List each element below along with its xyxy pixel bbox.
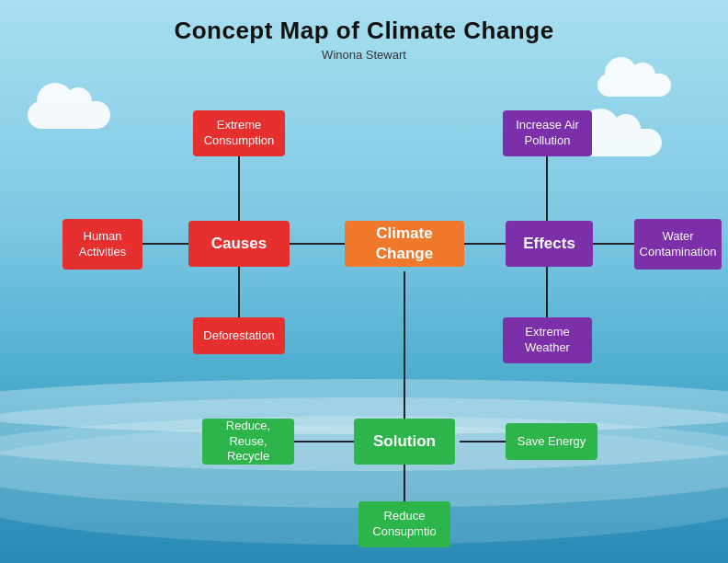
water-contamination-box: Water Contamination — [634, 219, 722, 270]
reduce-consumption-box: Reduce Consupmtio — [358, 501, 450, 547]
climate-change-box: Climate Change — [345, 221, 464, 267]
increase-air-pollution-box: Increase Air Pollution — [503, 110, 592, 156]
deforestation-box: Deforestation — [193, 317, 285, 354]
connectors-svg — [46, 101, 689, 543]
reduce-reuse-recycle-box: Reduce, Reuse, Recycle — [202, 419, 294, 465]
page-subtitle: Winona Stewart — [0, 48, 728, 62]
save-energy-box: Save Energy — [506, 423, 597, 460]
concept-diagram: Extreme Consumption Deforestation Human … — [46, 101, 689, 543]
solution-box: Solution — [354, 419, 455, 465]
page-content: Concept Map of Climate Change Winona Ste… — [0, 0, 728, 563]
page-title: Concept Map of Climate Change — [0, 0, 728, 45]
human-activities-box: Human Activities — [63, 219, 142, 270]
effects-box: Effects — [506, 221, 593, 267]
extreme-consumption-box: Extreme Consumption — [193, 110, 285, 156]
extreme-weather-box: Extreme Weather — [503, 317, 592, 363]
causes-box: Causes — [188, 221, 290, 267]
